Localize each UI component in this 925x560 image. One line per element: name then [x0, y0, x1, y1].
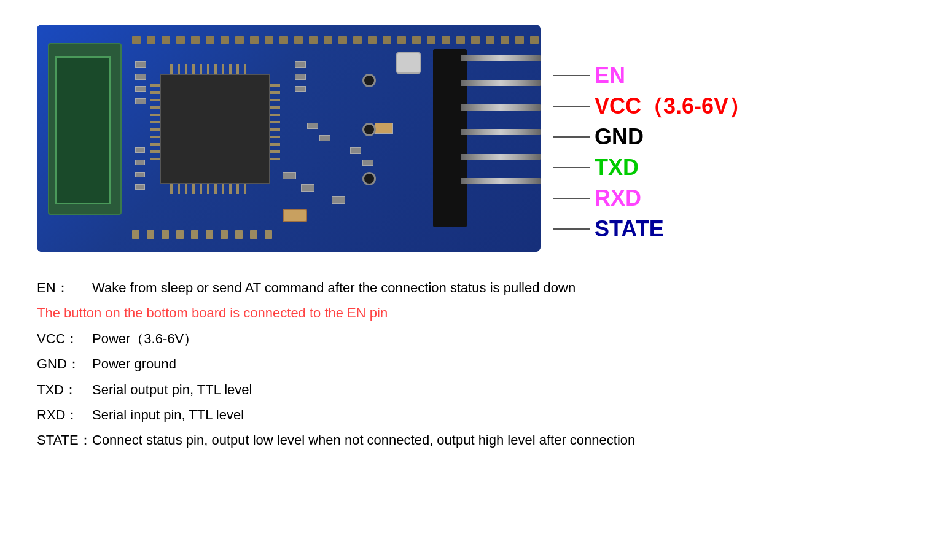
desc-line-state: STATE： Connect status pin, output low le… — [37, 429, 888, 451]
desc-line-en: EN： Wake from sleep or send AT command a… — [37, 276, 888, 299]
pin-label-rxd: RXD — [595, 187, 641, 209]
header-pins — [461, 55, 541, 184]
desc-label-vcc: VCC： — [37, 327, 92, 350]
pin-label-row-state: STATE — [553, 214, 751, 244]
pin-label-row-txd: TXD — [553, 152, 751, 183]
desc-label-rxd: RXD： — [37, 403, 92, 426]
pin-label-row-vcc: VCC（3.6-6V） — [553, 91, 751, 122]
desc-text-en: Wake from sleep or send AT command after… — [92, 276, 888, 299]
pin-label-row-gnd: GND — [553, 122, 751, 152]
pin-line-vcc — [553, 106, 590, 107]
pin-label-en: EN — [595, 64, 625, 87]
mount-hole-2 — [362, 123, 376, 136]
description-section: EN： Wake from sleep or send AT command a… — [37, 276, 888, 452]
desc-line-vcc: VCC： Power（3.6-6V） — [37, 327, 888, 350]
pin-line-state — [553, 228, 590, 230]
desc-label-en: EN： — [37, 276, 92, 299]
mount-hole-1 — [362, 74, 376, 87]
desc-label-txd: TXD： — [37, 378, 92, 401]
desc-label-state: STATE： — [37, 429, 92, 451]
desc-line-rxd: RXD： Serial input pin, TTL level — [37, 403, 888, 426]
top-section: EN VCC（3.6-6V） GND TXD RXD STATE — [37, 25, 888, 252]
desc-highlight-text-en: The button on the bottom board is connec… — [37, 301, 388, 324]
desc-text-txd: Serial output pin, TTL level — [92, 378, 888, 401]
pcb-button — [396, 52, 421, 74]
pin-label-row-en: EN — [553, 60, 751, 91]
pin-label-vcc: VCC（3.6-6V） — [595, 95, 751, 117]
desc-text-vcc: Power（3.6-6V） — [92, 327, 888, 350]
pin-line-txd — [553, 167, 590, 168]
antenna-module — [48, 43, 122, 215]
crystal — [283, 209, 307, 222]
pin-line-en — [553, 75, 590, 76]
desc-highlight-en: The button on the bottom board is connec… — [37, 301, 888, 324]
desc-line-gnd: GND： Power ground — [37, 352, 888, 375]
desc-line-txd: TXD： Serial output pin, TTL level — [37, 378, 888, 401]
desc-label-gnd: GND： — [37, 352, 92, 375]
desc-text-rxd: Serial input pin, TTL level — [92, 403, 888, 426]
desc-text-gnd: Power ground — [92, 352, 888, 375]
pcb-board-image — [37, 25, 541, 252]
mount-hole-3 — [362, 172, 376, 185]
pin-label-txd: TXD — [595, 157, 639, 179]
pin-line-gnd — [553, 136, 590, 138]
pin-label-gnd: GND — [595, 126, 644, 148]
pin-label-row-rxd: RXD — [553, 183, 751, 214]
pin-labels: EN VCC（3.6-6V） GND TXD RXD STATE — [541, 33, 751, 244]
pin-label-state: STATE — [595, 218, 664, 240]
main-ic-chip — [160, 74, 270, 184]
pin-line-rxd — [553, 198, 590, 199]
desc-text-state: Connect status pin, output low level whe… — [92, 429, 888, 451]
